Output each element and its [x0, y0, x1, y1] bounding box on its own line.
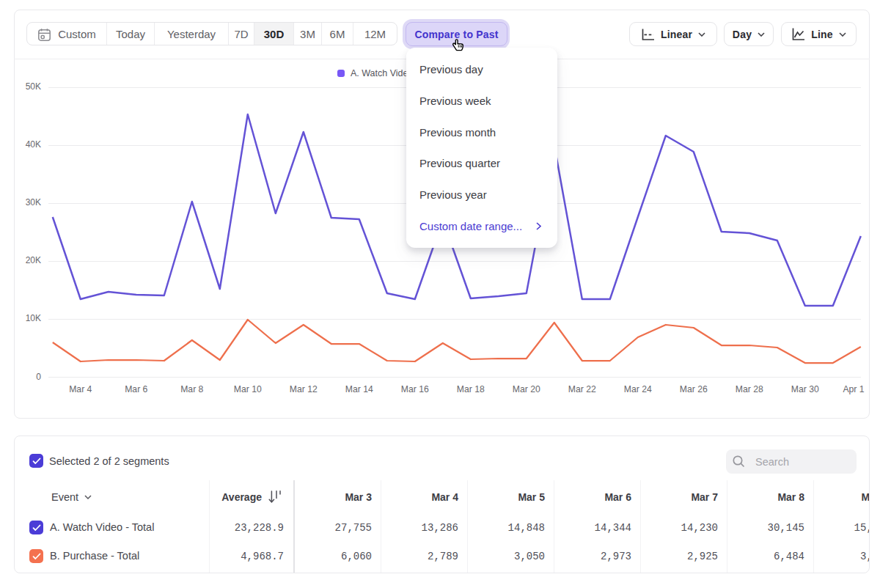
svg-text:50K: 50K [26, 81, 41, 92]
svg-text:Mar 18: Mar 18 [457, 384, 485, 394]
svg-text:Mar 28: Mar 28 [736, 384, 763, 394]
svg-text:Mar 14: Mar 14 [345, 384, 373, 394]
svg-text:0: 0 [36, 372, 41, 382]
svg-text:Mar 24: Mar 24 [624, 384, 652, 394]
svg-text:Mar 22: Mar 22 [568, 384, 596, 394]
svg-text:Mar 6: Mar 6 [125, 384, 147, 394]
svg-text:Mar 12: Mar 12 [290, 384, 318, 394]
svg-text:20K: 20K [26, 255, 41, 265]
svg-text:Mar 26: Mar 26 [680, 384, 708, 394]
svg-text:Apr 1: Apr 1 [843, 384, 864, 394]
svg-text:Mar 16: Mar 16 [401, 384, 429, 394]
svg-text:40K: 40K [26, 139, 41, 150]
svg-text:Mar 4: Mar 4 [69, 384, 92, 394]
svg-text:Mar 30: Mar 30 [791, 384, 819, 394]
svg-text:Mar 20: Mar 20 [513, 384, 540, 394]
svg-text:Mar 10: Mar 10 [234, 384, 262, 394]
svg-text:Mar 8: Mar 8 [180, 384, 203, 394]
svg-text:30K: 30K [26, 197, 41, 207]
svg-text:10K: 10K [26, 313, 41, 323]
